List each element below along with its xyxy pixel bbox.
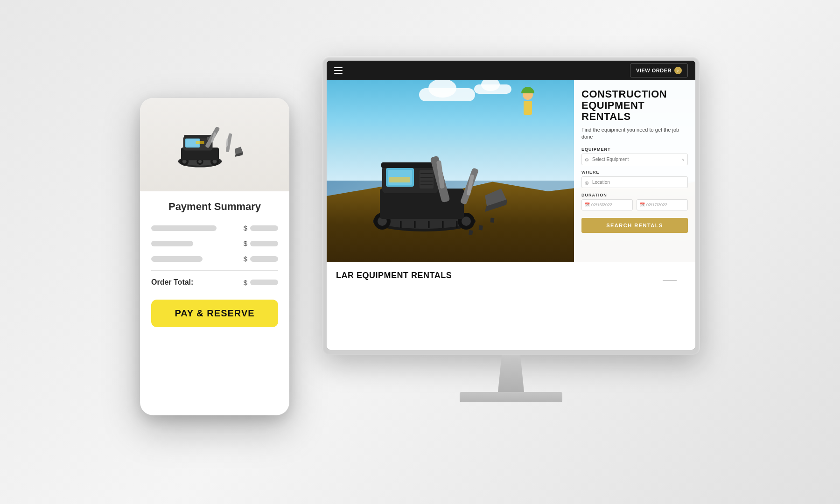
mini-excavator-image	[173, 114, 257, 175]
payment-amount-3: $	[244, 255, 278, 263]
hamburger-line-3	[334, 73, 343, 74]
payment-amount-1: $	[244, 224, 278, 232]
dollar-sign-3: $	[244, 255, 247, 263]
worker-body	[524, 101, 532, 115]
view-order-label: VIEW ORDER	[636, 68, 672, 73]
svg-rect-48	[389, 177, 410, 182]
hero-subtitle: Find the equipment you need to get the j…	[581, 126, 688, 141]
view-order-button[interactable]: VIEW ORDER ›	[630, 63, 688, 77]
main-scene: Payment Summary $ $	[140, 42, 700, 462]
order-total-amount: $	[244, 279, 278, 287]
dollar-sign-2: $	[244, 239, 247, 247]
cloud-1	[419, 88, 475, 101]
duration-row: 📅 📅	[581, 199, 688, 210]
search-rentals-button[interactable]: SEARCH RENTALS	[581, 218, 688, 233]
end-date-field: 📅	[637, 199, 688, 210]
hero-panel: CONSTRUCTION EQUIPMENT RENTALS Find the …	[574, 80, 695, 262]
monitor-stand-base	[460, 392, 562, 402]
pay-reserve-button[interactable]: PAY & RESERVE	[151, 300, 278, 327]
location-icon: ◎	[585, 180, 589, 185]
worker-head	[523, 90, 533, 100]
payment-row-2: $	[151, 239, 278, 247]
section-divider	[663, 280, 677, 281]
amount-bar-3	[250, 256, 278, 262]
location-input-wrapper: ◎	[581, 176, 688, 188]
worker-figure	[518, 90, 537, 127]
order-total-row: Order Total: $	[151, 278, 278, 287]
payment-label-3	[151, 256, 203, 262]
mobile-content: Payment Summary $ $	[140, 191, 289, 336]
popular-equipment-title: LAR EQUIPMENT RENTALS	[336, 271, 452, 280]
monitor-screen-inner: VIEW ORDER ›	[327, 61, 695, 350]
svg-rect-46	[479, 225, 483, 231]
hamburger-menu-button[interactable]	[334, 67, 343, 74]
excavator-container	[364, 123, 527, 226]
location-field-group: WHERE ◎	[581, 170, 688, 188]
payment-title: Payment Summary	[151, 201, 278, 213]
payment-label-2	[151, 241, 193, 246]
dollar-sign-1: $	[244, 224, 247, 232]
hero-title: CONSTRUCTION EQUIPMENT RENTALS	[581, 89, 688, 123]
equipment-label: EQUIPMENT	[581, 147, 688, 152]
amount-bar-2	[250, 241, 278, 246]
desktop-monitor: VIEW ORDER ›	[322, 56, 700, 420]
monitor-hero: CONSTRUCTION EQUIPMENT RENTALS Find the …	[327, 80, 695, 262]
payment-amount-2: $	[244, 239, 278, 247]
mobile-image-section	[140, 98, 289, 191]
start-date-field: 📅	[581, 199, 633, 210]
start-calendar-icon: 📅	[585, 203, 590, 207]
mobile-divider	[151, 270, 278, 271]
svg-rect-47	[490, 218, 495, 223]
mobile-phone: Payment Summary $ $	[140, 98, 289, 415]
monitor-lower-section: LAR EQUIPMENT RENTALS	[327, 262, 695, 350]
monitor-screen-outer: VIEW ORDER ›	[322, 56, 700, 355]
order-total-label: Order Total:	[151, 278, 193, 287]
svg-rect-36	[420, 170, 434, 189]
location-input[interactable]	[581, 176, 688, 188]
excavator-svg	[364, 123, 541, 235]
equipment-chevron-icon: ∨	[682, 157, 685, 161]
end-calendar-icon: 📅	[640, 203, 645, 207]
hamburger-line-2	[334, 70, 343, 71]
svg-rect-35	[381, 162, 439, 168]
where-label: WHERE	[581, 170, 688, 175]
equipment-input[interactable]	[581, 154, 688, 165]
equipment-field-group: EQUIPMENT ⚙ ∨	[581, 147, 688, 165]
svg-rect-18	[196, 141, 204, 144]
equipment-icon: ⚙	[585, 157, 589, 162]
payment-row-1: $	[151, 224, 278, 232]
duration-field-group: DURATION 📅 📅	[581, 193, 688, 210]
duration-label: DURATION	[581, 193, 688, 197]
cloud-2	[474, 84, 511, 94]
monitor-navbar: VIEW ORDER ›	[327, 61, 695, 80]
svg-point-6	[198, 160, 202, 163]
equipment-input-wrapper: ⚙ ∨	[581, 154, 688, 165]
svg-rect-45	[469, 230, 473, 235]
amount-bar-1	[250, 225, 278, 231]
monitor-stand-neck	[492, 355, 530, 392]
payment-label-1	[151, 225, 217, 231]
order-total-bar	[250, 280, 278, 285]
order-total-dollar: $	[244, 279, 247, 287]
payment-row-3: $	[151, 255, 278, 263]
popular-section-header: LAR EQUIPMENT RENTALS	[336, 271, 686, 280]
view-order-arrow-icon: ›	[674, 67, 682, 74]
hamburger-line-1	[334, 67, 343, 68]
